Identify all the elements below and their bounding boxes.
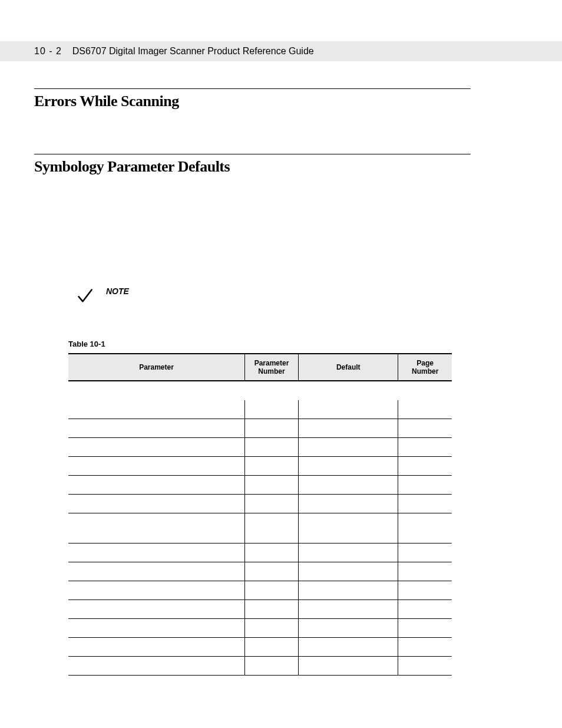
table-row [68, 476, 452, 495]
col-default: Default [299, 354, 398, 381]
table-cell [398, 495, 452, 513]
table-cell [299, 543, 398, 562]
table-row [68, 400, 452, 419]
table-row [68, 600, 452, 619]
table-row [68, 438, 452, 457]
table-cell [398, 476, 452, 495]
table-cell [398, 419, 452, 438]
table-cell [244, 543, 298, 562]
checkmark-icon [77, 288, 93, 304]
table-cell [299, 513, 398, 543]
table-cell [68, 419, 244, 438]
table-row [68, 381, 452, 400]
heading-errors: Errors While Scanning [34, 93, 471, 110]
col-parameter-number: Parameter Number [244, 354, 298, 381]
table-cell [299, 381, 398, 400]
table-row [68, 638, 452, 657]
table-cell [299, 419, 398, 438]
table-cell [299, 562, 398, 581]
page-header: 10 - 2 DS6707 Digital Imager Scanner Pro… [0, 41, 562, 61]
table-cell [68, 657, 244, 676]
table-row [68, 495, 452, 513]
col-page-number: Page Number [398, 354, 452, 381]
table-cell [299, 581, 398, 600]
table-cell [244, 476, 298, 495]
table-cell [244, 400, 298, 419]
table-cell [299, 476, 398, 495]
table-cell [244, 381, 298, 400]
table-cell [398, 562, 452, 581]
note-callout: NOTE [77, 288, 471, 304]
note-label: NOTE [106, 286, 129, 296]
table-row [68, 543, 452, 562]
table-cell [244, 657, 298, 676]
table-cell [244, 419, 298, 438]
table-row [68, 581, 452, 600]
table-cell [244, 513, 298, 543]
section-rule [34, 154, 471, 154]
table-cell [68, 400, 244, 419]
parameter-table: Parameter Parameter Number Default Page … [68, 353, 452, 676]
table-cell [244, 457, 298, 476]
table-row [68, 619, 452, 638]
table-cell [68, 543, 244, 562]
table-row [68, 657, 452, 676]
table-row [68, 513, 452, 543]
table-cell [398, 657, 452, 676]
table-cell [244, 600, 298, 619]
table-cell [398, 513, 452, 543]
table-cell [68, 562, 244, 581]
table-cell [299, 600, 398, 619]
table-cell [68, 457, 244, 476]
table-label: Table 10-1 [68, 340, 452, 348]
table-cell [68, 619, 244, 638]
table-cell [398, 400, 452, 419]
table-cell [299, 457, 398, 476]
table-cell [244, 438, 298, 457]
table-cell [244, 495, 298, 513]
table-cell [68, 495, 244, 513]
doc-title: DS6707 Digital Imager Scanner Product Re… [72, 46, 314, 56]
table-cell [299, 495, 398, 513]
table-cell [68, 438, 244, 457]
table-cell [398, 638, 452, 657]
table-cell [244, 638, 298, 657]
table-cell [68, 581, 244, 600]
table-cell [68, 476, 244, 495]
table-row [68, 562, 452, 581]
table-cell [244, 619, 298, 638]
table-cell [299, 438, 398, 457]
table-cell [68, 638, 244, 657]
table-row [68, 419, 452, 438]
table-cell [299, 638, 398, 657]
table-cell [299, 619, 398, 638]
table-cell [68, 513, 244, 543]
table-cell [398, 381, 452, 400]
table-cell [244, 581, 298, 600]
page-number: 10 - 2 [34, 46, 62, 56]
table-header-row: Parameter Parameter Number Default Page … [68, 354, 452, 381]
col-parameter: Parameter [68, 354, 244, 381]
table-cell [68, 600, 244, 619]
section-rule [34, 88, 471, 89]
table-cell [398, 438, 452, 457]
table-cell [398, 600, 452, 619]
table-row [68, 457, 452, 476]
heading-defaults: Symbology Parameter Defaults [34, 158, 471, 176]
table-cell [299, 657, 398, 676]
table-cell [398, 457, 452, 476]
table-cell [299, 400, 398, 419]
table-cell [244, 562, 298, 581]
table-cell [68, 381, 244, 400]
table-cell [398, 581, 452, 600]
table-cell [398, 619, 452, 638]
table-cell [398, 543, 452, 562]
